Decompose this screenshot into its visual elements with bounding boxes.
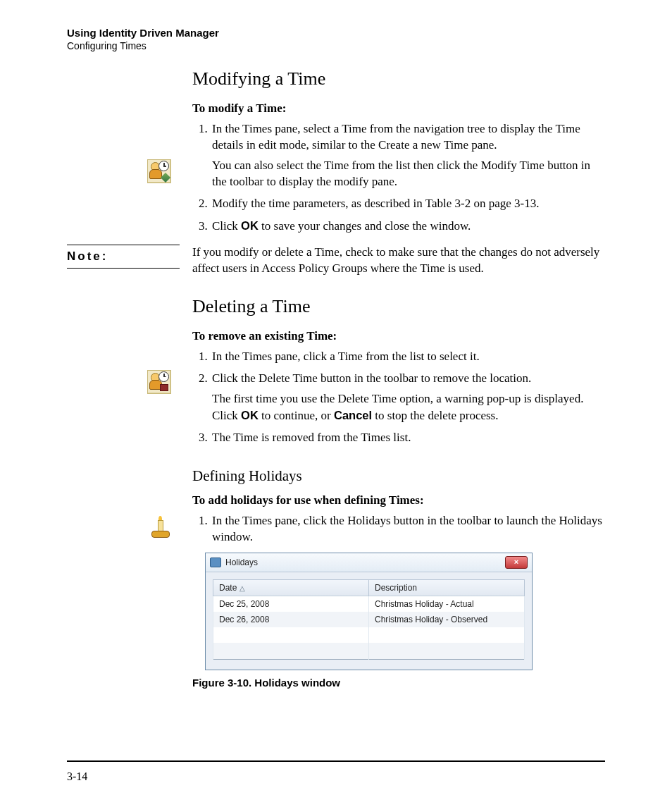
holidays-window: Holidays × Date △ Description <box>205 553 533 670</box>
page-number: 3-14 <box>67 770 87 783</box>
document-page: Using Identity Driven Manager Configurin… <box>0 0 672 807</box>
modify-lead: To modify a Time: <box>192 101 605 117</box>
delete-step-3: The Time is removed from the Times list. <box>211 430 605 446</box>
modify-step-1-note: You can also select the Time from the li… <box>212 158 605 190</box>
modify-step-1: In the Times pane, select a Time from th… <box>211 121 605 190</box>
note-label: Note: <box>67 245 180 269</box>
running-header: Using Identity Driven Manager Configurin… <box>67 27 605 52</box>
footer-rule <box>67 760 605 762</box>
column-header-description[interactable]: Description <box>369 579 525 596</box>
holidays-step-1: In the Times pane, click the Holidays bu… <box>211 513 605 546</box>
holidays-table: Date △ Description Dec 25, 2008 Christma… <box>213 579 525 660</box>
note-body: If you modify or delete a Time, check to… <box>192 240 605 277</box>
modify-step-2: Modify the time parameters, as described… <box>211 196 605 212</box>
modify-time-icon <box>147 159 171 183</box>
table-row[interactable]: Dec 25, 2008 Christmas Holiday - Actual <box>213 596 525 612</box>
holidays-lead: To add holidays for use when defining Ti… <box>192 493 605 509</box>
header-title: Using Identity Driven Manager <box>67 27 605 40</box>
delete-step-1: In the Times pane, click a Time from the… <box>211 349 605 365</box>
modify-step-3: Click OK to save your changes and close … <box>211 218 605 235</box>
delete-step-2-note: The first time you use the Delete Time o… <box>212 391 605 424</box>
column-header-date[interactable]: Date △ <box>213 579 369 596</box>
delete-time-icon <box>147 370 171 394</box>
window-icon <box>210 557 221 567</box>
section-heading-modify: Modifying a Time <box>192 66 605 91</box>
delete-step-2: Click the Delete Time button in the tool… <box>211 371 605 424</box>
figure-caption: Figure 3-10. Holidays window <box>192 676 605 690</box>
delete-lead: To remove an existing Time: <box>192 328 605 345</box>
close-button[interactable]: × <box>505 556 528 569</box>
table-row[interactable]: Dec 26, 2008 Christmas Holiday - Observe… <box>213 612 525 627</box>
header-subtitle: Configuring Times <box>67 40 605 53</box>
subsection-heading-holidays: Defining Holidays <box>192 466 605 486</box>
holidays-window-titlebar: Holidays × <box>206 553 532 572</box>
sort-asc-icon: △ <box>239 584 245 592</box>
holidays-window-title: Holidays <box>225 557 258 568</box>
holidays-icon <box>149 516 171 538</box>
section-heading-delete: Deleting a Time <box>192 294 605 319</box>
